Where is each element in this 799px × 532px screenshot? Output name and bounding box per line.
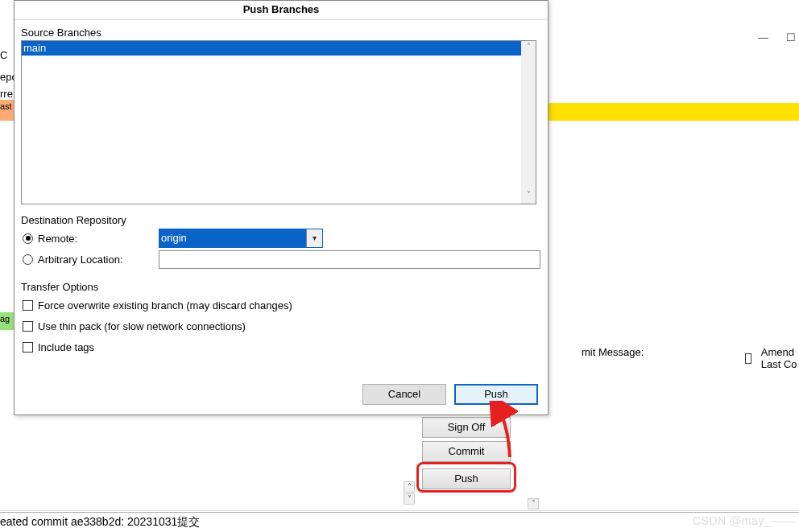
source-branches-label: Source Branches bbox=[21, 27, 541, 39]
arbitrary-location-input[interactable] bbox=[159, 250, 540, 269]
use-thin-pack-checkbox[interactable] bbox=[23, 321, 33, 332]
arbitrary-location-label: Arbitrary Location: bbox=[38, 254, 159, 266]
scroll-down-icon[interactable]: ˅ bbox=[404, 493, 415, 505]
destination-repository-label: Destination Repository bbox=[21, 214, 541, 226]
watermark: CSDN @may_—— bbox=[693, 514, 794, 527]
commit-button[interactable]: Commit bbox=[422, 441, 511, 462]
cancel-button[interactable]: Cancel bbox=[362, 384, 446, 405]
amend-last-commit-label: Amend Last Co bbox=[761, 346, 799, 370]
remote-select[interactable]: origin ▾ bbox=[159, 229, 323, 248]
remote-select-value: origin bbox=[159, 229, 306, 247]
status-bar-text: eated commit ae338b2d: 20231031提交 bbox=[0, 515, 200, 530]
sign-off-button[interactable]: Sign Off bbox=[422, 417, 511, 438]
push-dialog-button[interactable]: Push bbox=[454, 384, 538, 405]
scroll-up-icon[interactable]: ˄ bbox=[404, 481, 415, 493]
force-overwrite-label: Force overwrite existing branch (may dis… bbox=[38, 299, 292, 311]
push-button[interactable]: Push bbox=[422, 468, 511, 489]
amend-last-commit-checkbox[interactable] bbox=[745, 353, 751, 364]
remote-radio-label: Remote: bbox=[38, 233, 159, 245]
list-item[interactable]: main bbox=[22, 41, 521, 56]
force-overwrite-checkbox[interactable] bbox=[23, 300, 33, 311]
source-branches-listbox[interactable]: main ˄ ˅ bbox=[21, 40, 536, 204]
scrollbar[interactable]: ˄ ˅ bbox=[521, 41, 536, 204]
minimize-button[interactable]: — bbox=[758, 32, 768, 43]
include-tags-checkbox[interactable] bbox=[23, 342, 33, 353]
use-thin-pack-label: Use thin pack (for slow network connecti… bbox=[38, 320, 246, 332]
dialog-title: Push Branches bbox=[14, 1, 548, 20]
push-branches-dialog: Push Branches Source Branches main ˄ ˅ D… bbox=[14, 0, 549, 415]
scroll-up-icon[interactable]: ˄ bbox=[521, 41, 536, 56]
remote-radio[interactable] bbox=[23, 233, 33, 244]
bg-highlight-row bbox=[548, 103, 799, 121]
include-tags-label: Include tags bbox=[38, 341, 94, 353]
transfer-options-label: Transfer Options bbox=[21, 281, 541, 293]
scroll-down-icon[interactable]: ˅ bbox=[521, 189, 536, 204]
scroll-left-icon[interactable]: ˂ bbox=[528, 498, 539, 509]
arbitrary-location-radio[interactable] bbox=[23, 254, 33, 265]
commit-message-label: mit Message: bbox=[582, 346, 644, 358]
maximize-button[interactable]: ☐ bbox=[786, 32, 796, 43]
chevron-down-icon[interactable]: ▾ bbox=[306, 229, 322, 247]
